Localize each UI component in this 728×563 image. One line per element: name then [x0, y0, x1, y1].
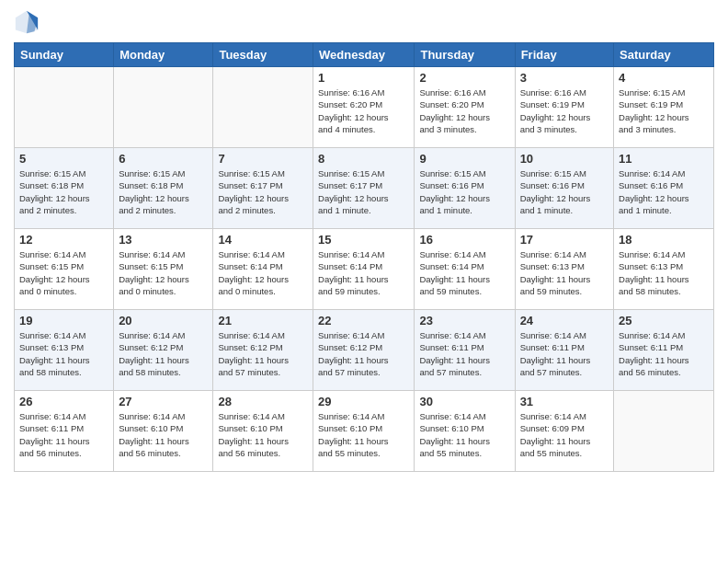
calendar-cell: 15Sunrise: 6:14 AMSunset: 6:14 PMDayligh… [313, 229, 415, 310]
weekday-thursday: Thursday [415, 43, 515, 67]
calendar-cell: 21Sunrise: 6:14 AMSunset: 6:12 PMDayligh… [213, 310, 313, 391]
day-number: 15 [318, 233, 409, 247]
calendar-table: SundayMondayTuesdayWednesdayThursdayFrid… [14, 42, 714, 472]
day-number: 27 [119, 395, 208, 408]
day-info: Sunrise: 6:14 AMSunset: 6:15 PMDaylight:… [19, 248, 108, 297]
day-number: 23 [419, 314, 509, 327]
calendar-cell: 27Sunrise: 6:14 AMSunset: 6:10 PMDayligh… [114, 391, 213, 472]
calendar-cell: 24Sunrise: 6:14 AMSunset: 6:11 PMDayligh… [515, 310, 613, 391]
weekday-tuesday: Tuesday [213, 43, 313, 67]
calendar-cell: 30Sunrise: 6:14 AMSunset: 6:10 PMDayligh… [415, 391, 515, 472]
calendar-cell: 14Sunrise: 6:14 AMSunset: 6:14 PMDayligh… [213, 229, 313, 310]
day-info: Sunrise: 6:14 AMSunset: 6:10 PMDaylight:… [218, 410, 308, 459]
header [14, 9, 714, 35]
weekday-wednesday: Wednesday [313, 43, 415, 67]
calendar-cell: 7Sunrise: 6:15 AMSunset: 6:17 PMDaylight… [213, 148, 313, 229]
day-info: Sunrise: 6:14 AMSunset: 6:12 PMDaylight:… [318, 329, 409, 378]
day-number: 6 [119, 152, 208, 166]
day-info: Sunrise: 6:14 AMSunset: 6:15 PMDaylight:… [119, 248, 208, 297]
calendar-week-5: 26Sunrise: 6:14 AMSunset: 6:11 PMDayligh… [15, 391, 714, 472]
day-info: Sunrise: 6:15 AMSunset: 6:16 PMDaylight:… [520, 167, 609, 216]
day-number: 7 [218, 152, 308, 166]
calendar-cell: 16Sunrise: 6:14 AMSunset: 6:14 PMDayligh… [415, 229, 515, 310]
calendar-cell: 4Sunrise: 6:15 AMSunset: 6:19 PMDaylight… [614, 67, 714, 148]
day-info: Sunrise: 6:14 AMSunset: 6:14 PMDaylight:… [218, 248, 308, 297]
weekday-saturday: Saturday [614, 43, 714, 67]
calendar-cell: 3Sunrise: 6:16 AMSunset: 6:19 PMDaylight… [515, 67, 613, 148]
day-info: Sunrise: 6:14 AMSunset: 6:14 PMDaylight:… [318, 248, 409, 297]
weekday-sunday: Sunday [15, 43, 114, 67]
day-number: 22 [318, 314, 409, 327]
calendar-cell: 29Sunrise: 6:14 AMSunset: 6:10 PMDayligh… [313, 391, 415, 472]
day-info: Sunrise: 6:16 AMSunset: 6:20 PMDaylight:… [419, 86, 509, 135]
weekday-header-row: SundayMondayTuesdayWednesdayThursdayFrid… [15, 43, 714, 67]
calendar-week-1: 1Sunrise: 6:16 AMSunset: 6:20 PMDaylight… [15, 67, 714, 148]
day-number: 19 [19, 314, 108, 327]
day-number: 3 [520, 71, 609, 85]
calendar-cell: 13Sunrise: 6:14 AMSunset: 6:15 PMDayligh… [114, 229, 213, 310]
day-info: Sunrise: 6:14 AMSunset: 6:10 PMDaylight:… [419, 410, 509, 459]
calendar-cell: 8Sunrise: 6:15 AMSunset: 6:17 PMDaylight… [313, 148, 415, 229]
day-number: 26 [19, 395, 108, 408]
day-info: Sunrise: 6:15 AMSunset: 6:17 PMDaylight:… [318, 167, 409, 216]
calendar-week-4: 19Sunrise: 6:14 AMSunset: 6:13 PMDayligh… [15, 310, 714, 391]
day-info: Sunrise: 6:14 AMSunset: 6:11 PMDaylight:… [619, 329, 709, 378]
calendar-cell: 1Sunrise: 6:16 AMSunset: 6:20 PMDaylight… [313, 67, 415, 148]
calendar-cell: 20Sunrise: 6:14 AMSunset: 6:12 PMDayligh… [114, 310, 213, 391]
day-number: 4 [619, 71, 709, 85]
day-info: Sunrise: 6:14 AMSunset: 6:16 PMDaylight:… [619, 167, 709, 216]
calendar-cell: 10Sunrise: 6:15 AMSunset: 6:16 PMDayligh… [515, 148, 613, 229]
calendar-cell [614, 391, 714, 472]
day-number: 16 [419, 233, 509, 247]
calendar-cell: 23Sunrise: 6:14 AMSunset: 6:11 PMDayligh… [415, 310, 515, 391]
calendar-cell: 22Sunrise: 6:14 AMSunset: 6:12 PMDayligh… [313, 310, 415, 391]
calendar-cell: 31Sunrise: 6:14 AMSunset: 6:09 PMDayligh… [515, 391, 613, 472]
calendar-cell [213, 67, 313, 148]
day-info: Sunrise: 6:15 AMSunset: 6:16 PMDaylight:… [419, 167, 509, 216]
day-info: Sunrise: 6:14 AMSunset: 6:11 PMDaylight:… [520, 329, 609, 378]
calendar-cell: 26Sunrise: 6:14 AMSunset: 6:11 PMDayligh… [15, 391, 114, 472]
day-number: 13 [119, 233, 208, 247]
day-info: Sunrise: 6:15 AMSunset: 6:18 PMDaylight:… [119, 167, 208, 216]
day-number: 20 [119, 314, 208, 327]
calendar-cell: 5Sunrise: 6:15 AMSunset: 6:18 PMDaylight… [15, 148, 114, 229]
day-info: Sunrise: 6:14 AMSunset: 6:11 PMDaylight:… [419, 329, 509, 378]
day-info: Sunrise: 6:14 AMSunset: 6:13 PMDaylight:… [520, 248, 609, 297]
day-info: Sunrise: 6:16 AMSunset: 6:20 PMDaylight:… [318, 86, 409, 135]
day-number: 25 [619, 314, 709, 327]
day-info: Sunrise: 6:14 AMSunset: 6:11 PMDaylight:… [19, 410, 108, 459]
day-info: Sunrise: 6:16 AMSunset: 6:19 PMDaylight:… [520, 86, 609, 135]
day-info: Sunrise: 6:14 AMSunset: 6:13 PMDaylight:… [19, 329, 108, 378]
day-info: Sunrise: 6:15 AMSunset: 6:18 PMDaylight:… [19, 167, 108, 216]
day-info: Sunrise: 6:14 AMSunset: 6:13 PMDaylight:… [619, 248, 709, 297]
day-info: Sunrise: 6:15 AMSunset: 6:17 PMDaylight:… [218, 167, 308, 216]
calendar-week-2: 5Sunrise: 6:15 AMSunset: 6:18 PMDaylight… [15, 148, 714, 229]
weekday-monday: Monday [114, 43, 213, 67]
calendar-cell: 28Sunrise: 6:14 AMSunset: 6:10 PMDayligh… [213, 391, 313, 472]
day-info: Sunrise: 6:14 AMSunset: 6:12 PMDaylight:… [218, 329, 308, 378]
day-info: Sunrise: 6:15 AMSunset: 6:19 PMDaylight:… [619, 86, 709, 135]
day-number: 1 [318, 71, 409, 85]
day-number: 11 [619, 152, 709, 166]
calendar-cell [15, 67, 114, 148]
day-info: Sunrise: 6:14 AMSunset: 6:14 PMDaylight:… [419, 248, 509, 297]
day-number: 5 [19, 152, 108, 166]
calendar-cell: 17Sunrise: 6:14 AMSunset: 6:13 PMDayligh… [515, 229, 613, 310]
day-number: 10 [520, 152, 609, 166]
day-number: 29 [318, 395, 409, 408]
day-number: 2 [419, 71, 509, 85]
calendar-cell: 11Sunrise: 6:14 AMSunset: 6:16 PMDayligh… [614, 148, 714, 229]
day-number: 30 [419, 395, 509, 408]
calendar-week-3: 12Sunrise: 6:14 AMSunset: 6:15 PMDayligh… [15, 229, 714, 310]
day-number: 14 [218, 233, 308, 247]
calendar-cell [114, 67, 213, 148]
calendar-cell: 19Sunrise: 6:14 AMSunset: 6:13 PMDayligh… [15, 310, 114, 391]
calendar-cell: 9Sunrise: 6:15 AMSunset: 6:16 PMDaylight… [415, 148, 515, 229]
day-info: Sunrise: 6:14 AMSunset: 6:09 PMDaylight:… [520, 410, 609, 459]
weekday-friday: Friday [515, 43, 613, 67]
day-info: Sunrise: 6:14 AMSunset: 6:12 PMDaylight:… [119, 329, 208, 378]
day-number: 8 [318, 152, 409, 166]
calendar-cell: 12Sunrise: 6:14 AMSunset: 6:15 PMDayligh… [15, 229, 114, 310]
page: SundayMondayTuesdayWednesdayThursdayFrid… [0, 0, 728, 563]
day-number: 21 [218, 314, 308, 327]
